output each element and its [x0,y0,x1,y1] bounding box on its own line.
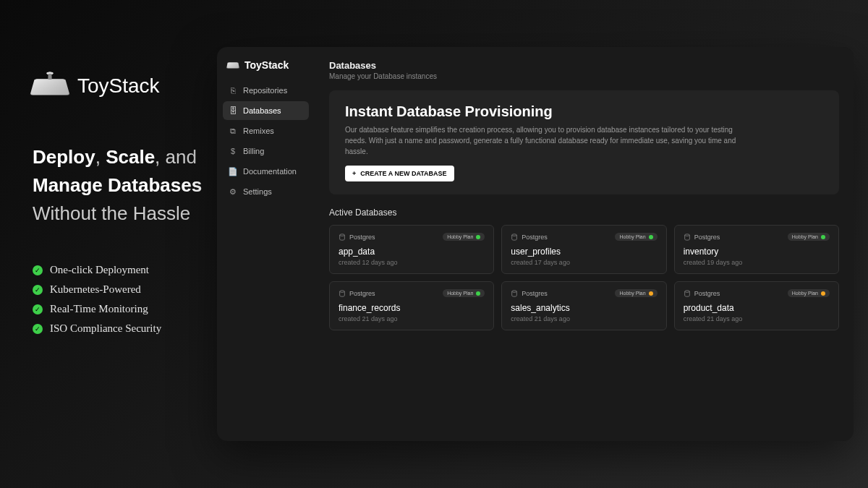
plan-badge: Hobby Plan [788,233,830,241]
page-title: Databases [329,60,839,71]
sidebar-item-remixes[interactable]: ⧉Remixes [223,121,309,140]
sidebar-brand-text: ToyStack [244,59,289,71]
svg-point-1 [512,234,517,236]
page-header: Databases Manage your Database instances [329,60,839,80]
database-type: Postgres [339,290,375,297]
database-icon [511,290,518,297]
sidebar-item-label: Documentation [243,167,297,176]
remixes-icon: ⧉ [229,127,237,135]
database-type: Postgres [684,290,720,297]
database-card[interactable]: PostgresHobby Planinventorycreated 19 da… [674,225,839,274]
status-dot-green [476,291,480,296]
repositories-icon: ⎘ [229,86,237,95]
database-card[interactable]: PostgresHobby Planproduct_datacreated 21… [674,281,839,330]
check-icon: ✓ [33,285,43,295]
plus-icon: + [352,170,356,177]
sidebar-item-label: Repositories [243,86,287,95]
database-name: product_data [684,303,830,313]
headline-word-manage: Manage Databases [33,174,202,196]
sidebar-brand[interactable]: ToyStack [223,58,309,81]
svg-point-2 [684,234,689,236]
create-database-button[interactable]: + CREATE A NEW DATABASE [345,166,454,181]
sidebar-item-billing[interactable]: $Billing [223,142,309,160]
marketing-panel: ToyStack Deploy, Scale, and Manage Datab… [0,0,217,488]
database-grid: PostgresHobby Planapp_datacreated 12 day… [329,225,839,330]
plan-badge: Hobby Plan [443,233,485,241]
database-icon [339,290,346,297]
database-name: sales_analytics [511,303,657,313]
database-created: created 17 days ago [511,259,657,266]
database-icon [511,234,518,241]
database-name: user_profiles [511,247,657,257]
database-type: Postgres [339,234,375,241]
database-created: created 21 days ago [511,315,657,322]
database-type: Postgres [511,290,548,297]
plan-badge: Hobby Plan [615,289,657,297]
sidebar-item-databases[interactable]: 🗄Databases [223,101,309,120]
database-type: Postgres [684,234,720,241]
database-name: inventory [684,247,830,257]
svg-point-0 [340,234,345,236]
headline-word-deploy: Deploy [33,146,95,168]
database-icon [339,234,346,241]
hero-card: Instant Database Provisioning Our databa… [329,90,839,194]
plan-badge: Hobby Plan [788,289,830,297]
check-icon: ✓ [33,324,43,334]
database-card[interactable]: PostgresHobby Planuser_profilescreated 1… [501,225,666,274]
database-icon [684,234,691,241]
joystick-icon [30,79,69,95]
sidebar-item-label: Billing [243,147,264,155]
hero-title: Instant Database Provisioning [345,103,823,120]
plan-badge: Hobby Plan [615,233,657,241]
database-card[interactable]: PostgresHobby Planfinance_recordscreated… [329,281,494,330]
database-card[interactable]: PostgresHobby Planapp_datacreated 12 day… [329,225,494,274]
database-type: Postgres [511,234,548,241]
feature-item: ✓Real-Time Monitoring [33,303,203,315]
brand-name: ToyStack [77,74,160,98]
headline-word-scale: Scale [106,146,155,168]
feature-item: ✓Kubernetes-Powered [33,283,203,296]
brand-logo: ToyStack [33,72,203,100]
page-subtitle: Manage your Database instances [329,72,839,80]
status-dot-orange [649,291,653,296]
status-dot-green [821,235,825,239]
status-dot-green [476,235,480,239]
sidebar-item-repositories[interactable]: ⎘Repositories [223,81,309,100]
sidebar-item-label: Settings [243,187,272,196]
joystick-icon [226,62,239,68]
status-dot-orange [821,291,825,296]
svg-point-3 [340,290,345,292]
main-content: Databases Manage your Database instances… [315,47,854,441]
database-created: created 21 days ago [684,315,830,322]
create-database-label: CREATE A NEW DATABASE [360,170,446,177]
database-name: app_data [339,247,485,257]
database-card[interactable]: PostgresHobby Plansales_analyticscreated… [501,281,666,330]
feature-item: ✓One-click Deployment [33,264,203,276]
sidebar-item-settings[interactable]: ⚙Settings [223,182,309,201]
app-window: ToyStack ⎘Repositories🗄Databases⧉Remixes… [217,47,854,441]
svg-point-4 [512,290,517,292]
sidebar: ToyStack ⎘Repositories🗄Databases⧉Remixes… [217,47,315,441]
database-name: finance_records [339,303,485,313]
hero-body: Our database feature simplifies the crea… [345,124,750,157]
database-created: created 21 days ago [339,315,485,322]
database-icon [684,290,691,297]
svg-point-5 [684,290,689,292]
database-created: created 19 days ago [684,259,830,266]
billing-icon: $ [229,147,237,155]
database-created: created 12 days ago [339,259,485,266]
check-icon: ✓ [33,265,43,275]
section-title: Active Databases [329,207,839,218]
databases-icon: 🗄 [229,106,237,115]
settings-icon: ⚙ [229,187,237,196]
sidebar-item-documentation[interactable]: 📄Documentation [223,162,309,181]
documentation-icon: 📄 [229,167,237,176]
sidebar-item-label: Remixes [243,127,274,135]
feature-item: ✓ISO Compliance Security [33,322,203,335]
check-icon: ✓ [33,304,43,314]
feature-list: ✓One-click Deployment ✓Kubernetes-Powere… [33,264,203,335]
plan-badge: Hobby Plan [443,289,485,297]
status-dot-green [649,235,653,239]
headline: Deploy, Scale, and Manage Databases With… [33,143,203,228]
sidebar-item-label: Databases [243,106,281,115]
